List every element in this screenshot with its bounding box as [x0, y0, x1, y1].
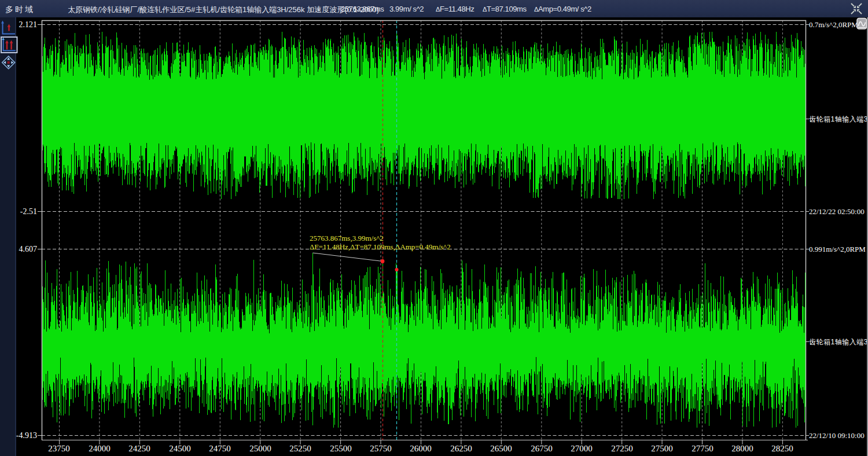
svg-text:23750: 23750: [48, 444, 70, 453]
svg-text:26250: 26250: [450, 444, 472, 453]
svg-text:-4.913: -4.913: [16, 431, 37, 440]
svg-text:2.121: 2.121: [19, 20, 38, 29]
svg-text:27250: 27250: [611, 444, 633, 453]
svg-text:ΔF=11.48Hz,ΔT=87.109ms,ΔAmp=0.: ΔF=11.48Hz,ΔT=87.109ms,ΔAmp=0.49m/s^2: [310, 242, 451, 251]
svg-text:24750: 24750: [209, 444, 231, 453]
svg-text:4.607: 4.607: [19, 245, 38, 253]
svg-text:25750: 25750: [370, 444, 392, 453]
svg-text:27500: 27500: [651, 444, 673, 453]
svg-text:26750: 26750: [531, 444, 553, 453]
svg-text:27000: 27000: [571, 444, 593, 453]
svg-text:25250: 25250: [289, 444, 311, 453]
svg-text:0.7m/s^2,0RPM: 0.7m/s^2,0RPM: [809, 20, 858, 29]
svg-text:0.991m/s^2,0RPM: 0.991m/s^2,0RPM: [809, 245, 866, 253]
svg-text:齿轮箱1轴输入端3H: 齿轮箱1轴输入端3H: [809, 338, 868, 346]
svg-text:22/12/22 02:50:00: 22/12/22 02:50:00: [809, 207, 865, 216]
svg-text:27750: 27750: [692, 444, 713, 453]
svg-text:-2.51: -2.51: [20, 207, 37, 216]
svg-text:齿轮箱1轴输入端3H: 齿轮箱1轴输入端3H: [809, 115, 868, 123]
svg-text:22/12/10 09:10:00: 22/12/10 09:10:00: [809, 431, 865, 440]
svg-text:24250: 24250: [128, 444, 150, 453]
svg-text:28000: 28000: [731, 444, 753, 453]
svg-text:24000: 24000: [89, 444, 111, 453]
svg-text:25500: 25500: [330, 444, 352, 453]
svg-text:26500: 26500: [490, 444, 512, 453]
svg-text:26000: 26000: [410, 444, 432, 453]
svg-text:24500: 24500: [169, 444, 191, 453]
svg-text:25000: 25000: [249, 444, 271, 453]
svg-text:25763.867ms,3.99m/s^2: 25763.867ms,3.99m/s^2: [310, 234, 384, 242]
svg-text:28250: 28250: [771, 444, 793, 453]
